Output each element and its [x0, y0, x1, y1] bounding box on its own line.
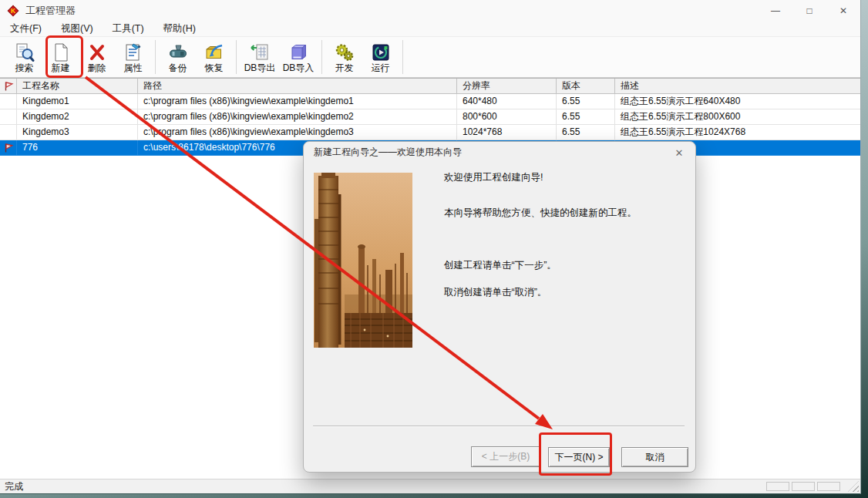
svg-text:K: K — [11, 7, 16, 15]
toolbar-backup-label: 备份 — [169, 62, 187, 74]
table-row[interactable]: Kingdemo3 c:\program files (x86)\kingvie… — [0, 125, 860, 140]
develop-icon — [335, 40, 355, 62]
row-path: c:\program files (x86)\kingview\example\… — [138, 125, 457, 140]
row-description: 组态王6.55演示工程640X480 — [615, 94, 860, 109]
toolbar-search-button[interactable]: 搜索 — [6, 40, 42, 74]
desktop-background: K 工程管理器 — □ ✕ 文件(F) 视图(V) 工具(T) 帮助(H) — [0, 0, 868, 498]
toolbar-properties-button[interactable]: 属性 — [115, 40, 151, 74]
cancel-button[interactable]: 取消 — [621, 447, 688, 467]
toolbar-develop-label: 开发 — [335, 62, 354, 74]
db-import-icon — [288, 40, 308, 62]
toolbar-separator — [155, 40, 156, 74]
toolbar-properties-label: 属性 — [124, 62, 143, 74]
wizard-refinery-image — [314, 173, 412, 348]
toolbar-backup-button[interactable]: 备份 — [160, 40, 196, 74]
row-version: 6.55 — [557, 109, 615, 125]
wizard-help-text: 本向导将帮助您方便、快捷的创建新的工程。 — [444, 207, 637, 220]
minimize-button[interactable]: — — [759, 0, 792, 22]
toolbar-db-export-button[interactable]: DB导出 — [241, 40, 279, 74]
toolbar-new-button[interactable]: 新建 — [42, 40, 79, 74]
status-panel — [792, 482, 815, 491]
row-path: c:\program files (x86)\kingview\example\… — [138, 109, 457, 125]
row-path: c:\program files (x86)\kingview\example\… — [138, 94, 457, 109]
close-button[interactable]: ✕ — [826, 0, 860, 22]
backup-icon — [168, 40, 188, 62]
header-resolution[interactable]: 分辨率 — [457, 79, 557, 94]
status-text: 完成 — [5, 480, 23, 493]
row-flag-cell — [0, 125, 17, 140]
toolbar-delete-button[interactable]: 删除 — [79, 40, 115, 74]
dialog-title: 新建工程向导之——欢迎使用本向导 — [304, 142, 695, 163]
menu-help[interactable]: 帮助(H) — [156, 22, 203, 35]
status-panels — [766, 482, 856, 491]
row-version: 6.55 — [557, 125, 615, 140]
toolbar-delete-label: 删除 — [88, 62, 106, 74]
wizard-cancel-hint-text: 取消创建请单击“取消”。 — [444, 286, 547, 299]
app-logo-icon: K — [7, 5, 19, 17]
row-version: 6.55 — [557, 94, 615, 109]
run-icon — [371, 40, 391, 62]
dialog-separator — [313, 426, 685, 427]
table-row[interactable]: Kingdemo1 c:\program files (x86)\kingvie… — [0, 94, 860, 109]
table-row[interactable]: Kingdemo2 c:\program files (x86)\kingvie… — [0, 109, 860, 125]
flag-icon — [3, 81, 14, 92]
menubar: 文件(F) 视图(V) 工具(T) 帮助(H) — [0, 22, 860, 36]
new-project-wizard-dialog: 新建工程向导之——欢迎使用本向导 ✕ — [303, 141, 696, 473]
row-resolution: 640*480 — [457, 94, 557, 109]
header-path[interactable]: 路径 — [138, 79, 457, 94]
next-button[interactable]: 下一页(N) > — [548, 447, 610, 467]
toolbar-db-import-button[interactable]: DB导入 — [279, 40, 318, 74]
menu-tools[interactable]: 工具(T) — [106, 22, 151, 35]
restore-icon — [204, 40, 224, 62]
row-name: Kingdemo1 — [17, 94, 138, 109]
toolbar-separator — [236, 40, 237, 74]
list-header: 工程名称 路径 分辨率 版本 描述 — [0, 79, 860, 94]
db-export-icon — [250, 40, 270, 62]
header-flag-cell[interactable] — [0, 79, 17, 94]
row-flag-cell — [0, 94, 17, 109]
row-description: 组态王6.55演示工程800X600 — [615, 109, 860, 125]
new-document-icon — [51, 40, 71, 62]
row-name: 776 — [17, 140, 138, 156]
toolbar-run-label: 运行 — [372, 62, 390, 74]
header-name[interactable]: 工程名称 — [17, 79, 138, 94]
titlebar: K 工程管理器 — □ ✕ — [0, 0, 860, 22]
toolbar-restore-button[interactable]: 恢复 — [196, 40, 232, 74]
row-flag-cell — [0, 109, 17, 125]
row-resolution: 1024*768 — [457, 125, 557, 140]
wizard-next-hint-text: 创建工程请单击“下一步”。 — [444, 259, 557, 272]
window-title: 工程管理器 — [25, 4, 76, 18]
toolbar-separator — [402, 40, 403, 74]
toolbar-restore-label: 恢复 — [205, 62, 224, 74]
menu-view[interactable]: 视图(V) — [54, 22, 100, 35]
search-icon — [15, 40, 35, 62]
maximize-button[interactable]: □ — [792, 0, 826, 22]
back-button: < 上一步(B) — [471, 446, 540, 467]
row-resolution: 800*600 — [457, 109, 557, 125]
dialog-close-icon[interactable]: ✕ — [671, 146, 687, 160]
header-version[interactable]: 版本 — [557, 79, 615, 94]
properties-icon — [123, 40, 143, 62]
toolbar: 搜索 新建 删除 — [0, 36, 860, 78]
row-description: 组态王6.55演示工程1024X768 — [615, 125, 860, 140]
flag-icon — [3, 143, 14, 153]
toolbar-db-export-label: DB导出 — [244, 62, 276, 74]
row-flag-cell — [0, 140, 17, 156]
row-name: Kingdemo2 — [17, 109, 138, 125]
toolbar-db-import-label: DB导入 — [283, 62, 315, 74]
toolbar-develop-button[interactable]: 开发 — [326, 40, 362, 74]
statusbar: 完成 — [0, 479, 860, 493]
status-panel — [766, 482, 789, 491]
status-panel — [817, 482, 840, 491]
toolbar-separator — [321, 40, 322, 74]
menu-file[interactable]: 文件(F) — [3, 22, 49, 35]
toolbar-new-label: 新建 — [52, 62, 70, 74]
delete-icon — [87, 40, 107, 62]
row-name: Kingdemo3 — [17, 125, 138, 140]
header-description[interactable]: 描述 — [615, 79, 860, 94]
wizard-welcome-text: 欢迎使用工程创建向导! — [444, 171, 543, 184]
toolbar-search-label: 搜索 — [15, 62, 34, 74]
toolbar-run-button[interactable]: 运行 — [362, 40, 399, 74]
